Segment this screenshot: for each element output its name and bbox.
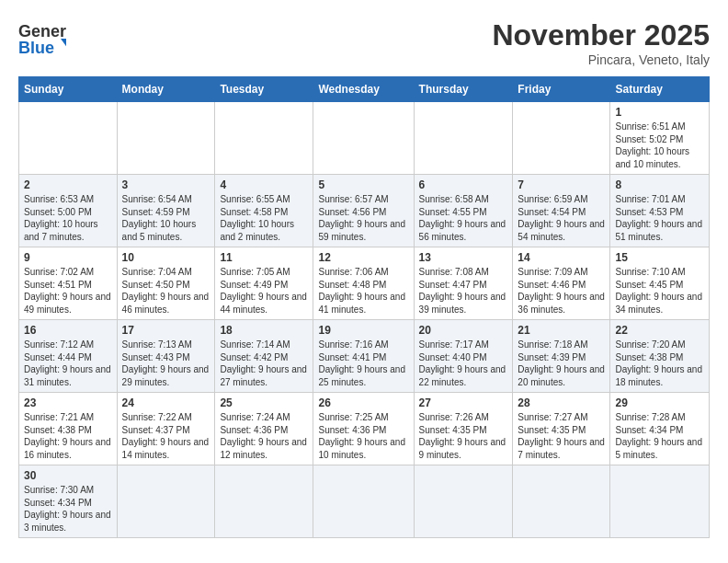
week-row-5: 23Sunrise: 7:21 AM Sunset: 4:38 PM Dayli… [19, 393, 710, 465]
col-friday: Friday [513, 77, 610, 102]
table-cell [117, 465, 215, 538]
day-info: Sunrise: 6:51 AM Sunset: 5:02 PM Dayligh… [615, 121, 704, 170]
col-tuesday: Tuesday [215, 77, 313, 102]
week-row-3: 9Sunrise: 7:02 AM Sunset: 4:51 PM Daylig… [19, 247, 710, 320]
day-number: 17 [122, 324, 210, 337]
week-row-2: 2Sunrise: 6:53 AM Sunset: 5:00 PM Daylig… [19, 175, 710, 247]
day-info: Sunrise: 7:27 AM Sunset: 4:35 PM Dayligh… [518, 411, 605, 461]
col-thursday: Thursday [414, 77, 513, 102]
day-number: 12 [318, 251, 408, 264]
day-info: Sunrise: 7:13 AM Sunset: 4:43 PM Dayligh… [122, 339, 210, 388]
logo: General Blue [18, 18, 66, 63]
day-info: Sunrise: 7:24 AM Sunset: 4:36 PM Dayligh… [220, 411, 308, 461]
day-number: 26 [318, 396, 408, 409]
day-info: Sunrise: 6:54 AM Sunset: 4:59 PM Dayligh… [122, 193, 210, 243]
day-number: 21 [518, 324, 605, 337]
table-cell: 6Sunrise: 6:58 AM Sunset: 4:55 PM Daylig… [414, 175, 513, 247]
day-info: Sunrise: 7:06 AM Sunset: 4:48 PM Dayligh… [318, 266, 408, 316]
day-info: Sunrise: 7:28 AM Sunset: 4:34 PM Dayligh… [615, 411, 704, 461]
calendar-table: Sunday Monday Tuesday Wednesday Thursday… [18, 76, 710, 538]
table-cell: 20Sunrise: 7:17 AM Sunset: 4:40 PM Dayli… [414, 320, 513, 393]
table-cell [414, 465, 513, 538]
table-cell: 19Sunrise: 7:16 AM Sunset: 4:41 PM Dayli… [313, 320, 414, 393]
table-cell: 7Sunrise: 6:59 AM Sunset: 4:54 PM Daylig… [513, 175, 610, 247]
week-row-4: 16Sunrise: 7:12 AM Sunset: 4:44 PM Dayli… [19, 320, 710, 393]
day-info: Sunrise: 7:09 AM Sunset: 4:46 PM Dayligh… [518, 266, 605, 316]
day-number: 7 [518, 178, 605, 191]
table-cell: 28Sunrise: 7:27 AM Sunset: 4:35 PM Dayli… [513, 393, 610, 465]
table-cell [215, 102, 313, 175]
day-info: Sunrise: 7:02 AM Sunset: 4:51 PM Dayligh… [24, 266, 112, 316]
day-number: 19 [318, 324, 408, 337]
col-sunday: Sunday [19, 77, 118, 102]
day-number: 22 [615, 324, 704, 337]
day-number: 18 [220, 324, 308, 337]
table-cell: 18Sunrise: 7:14 AM Sunset: 4:42 PM Dayli… [215, 320, 313, 393]
page-header: General Blue November 2025 Pincara, Vene… [18, 18, 710, 67]
day-number: 29 [615, 396, 704, 409]
day-number: 4 [220, 178, 308, 191]
day-info: Sunrise: 7:17 AM Sunset: 4:40 PM Dayligh… [419, 339, 508, 388]
day-number: 5 [318, 178, 408, 191]
day-info: Sunrise: 6:57 AM Sunset: 4:56 PM Dayligh… [318, 193, 408, 243]
table-cell: 25Sunrise: 7:24 AM Sunset: 4:36 PM Dayli… [215, 393, 313, 465]
table-cell: 13Sunrise: 7:08 AM Sunset: 4:47 PM Dayli… [414, 247, 513, 320]
table-cell [215, 465, 313, 538]
table-cell: 10Sunrise: 7:04 AM Sunset: 4:50 PM Dayli… [117, 247, 215, 320]
day-info: Sunrise: 7:22 AM Sunset: 4:37 PM Dayligh… [122, 411, 210, 461]
day-info: Sunrise: 7:08 AM Sunset: 4:47 PM Dayligh… [419, 266, 508, 316]
table-cell: 12Sunrise: 7:06 AM Sunset: 4:48 PM Dayli… [313, 247, 414, 320]
table-cell: 9Sunrise: 7:02 AM Sunset: 4:51 PM Daylig… [19, 247, 118, 320]
table-cell: 24Sunrise: 7:22 AM Sunset: 4:37 PM Dayli… [117, 393, 215, 465]
day-info: Sunrise: 7:26 AM Sunset: 4:35 PM Dayligh… [419, 411, 508, 461]
day-number: 11 [220, 251, 308, 264]
day-info: Sunrise: 6:59 AM Sunset: 4:54 PM Dayligh… [518, 193, 605, 243]
day-info: Sunrise: 7:04 AM Sunset: 4:50 PM Dayligh… [122, 266, 210, 316]
table-cell [117, 102, 215, 175]
col-saturday: Saturday [610, 77, 710, 102]
svg-text:General: General [18, 22, 66, 40]
day-info: Sunrise: 6:53 AM Sunset: 5:00 PM Dayligh… [24, 193, 112, 243]
table-cell: 26Sunrise: 7:25 AM Sunset: 4:36 PM Dayli… [313, 393, 414, 465]
table-cell [610, 465, 710, 538]
table-cell: 4Sunrise: 6:55 AM Sunset: 4:58 PM Daylig… [215, 175, 313, 247]
day-info: Sunrise: 6:55 AM Sunset: 4:58 PM Dayligh… [220, 193, 308, 243]
day-number: 2 [24, 178, 112, 191]
table-cell: 3Sunrise: 6:54 AM Sunset: 4:59 PM Daylig… [117, 175, 215, 247]
day-info: Sunrise: 7:12 AM Sunset: 4:44 PM Dayligh… [24, 339, 112, 388]
day-info: Sunrise: 7:20 AM Sunset: 4:38 PM Dayligh… [615, 339, 704, 388]
col-wednesday: Wednesday [313, 77, 414, 102]
day-number: 9 [24, 251, 112, 264]
day-info: Sunrise: 7:01 AM Sunset: 4:53 PM Dayligh… [615, 193, 704, 243]
day-number: 8 [615, 178, 704, 191]
day-info: Sunrise: 7:14 AM Sunset: 4:42 PM Dayligh… [220, 339, 308, 388]
day-info: Sunrise: 6:58 AM Sunset: 4:55 PM Dayligh… [419, 193, 508, 243]
day-number: 25 [220, 396, 308, 409]
table-cell: 11Sunrise: 7:05 AM Sunset: 4:49 PM Dayli… [215, 247, 313, 320]
table-cell [313, 465, 414, 538]
week-row-6: 30Sunrise: 7:30 AM Sunset: 4:34 PM Dayli… [19, 465, 710, 538]
month-title: November 2025 [492, 18, 710, 52]
table-cell: 29Sunrise: 7:28 AM Sunset: 4:34 PM Dayli… [610, 393, 710, 465]
day-number: 27 [419, 396, 508, 409]
day-number: 6 [419, 178, 508, 191]
day-number: 16 [24, 324, 112, 337]
day-info: Sunrise: 7:10 AM Sunset: 4:45 PM Dayligh… [615, 266, 704, 316]
col-monday: Monday [117, 77, 215, 102]
day-number: 24 [122, 396, 210, 409]
table-cell: 27Sunrise: 7:26 AM Sunset: 4:35 PM Dayli… [414, 393, 513, 465]
table-cell: 15Sunrise: 7:10 AM Sunset: 4:45 PM Dayli… [610, 247, 710, 320]
logo-icon: General Blue [18, 18, 66, 59]
day-info: Sunrise: 7:25 AM Sunset: 4:36 PM Dayligh… [318, 411, 408, 461]
day-info: Sunrise: 7:30 AM Sunset: 4:34 PM Dayligh… [24, 484, 112, 534]
table-cell [313, 102, 414, 175]
day-info: Sunrise: 7:05 AM Sunset: 4:49 PM Dayligh… [220, 266, 308, 316]
day-info: Sunrise: 7:16 AM Sunset: 4:41 PM Dayligh… [318, 339, 408, 388]
week-row-1: 1Sunrise: 6:51 AM Sunset: 5:02 PM Daylig… [19, 102, 710, 175]
table-cell [513, 102, 610, 175]
table-cell: 1Sunrise: 6:51 AM Sunset: 5:02 PM Daylig… [610, 102, 710, 175]
day-number: 3 [122, 178, 210, 191]
table-cell: 17Sunrise: 7:13 AM Sunset: 4:43 PM Dayli… [117, 320, 215, 393]
table-cell: 30Sunrise: 7:30 AM Sunset: 4:34 PM Dayli… [19, 465, 118, 538]
svg-text:Blue: Blue [18, 39, 54, 57]
